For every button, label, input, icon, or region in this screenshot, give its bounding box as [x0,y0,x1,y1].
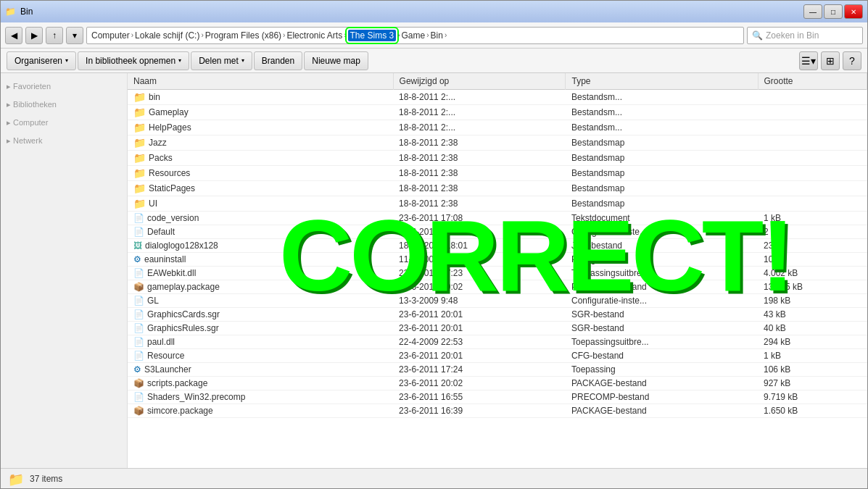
recent-button[interactable]: ▾ [66,27,83,44]
close-button[interactable]: ✕ [844,4,863,19]
back-button[interactable]: ◀ [5,27,22,44]
path-bin[interactable]: Bin [431,30,443,41]
table-row[interactable]: 📦 gameplay.package 23-6-2011 20:02 PACKA… [128,280,867,294]
table-row[interactable]: 📄 paul.dll 22-4-2009 22:53 Toepassingsui… [128,335,867,349]
help-button[interactable]: ? [843,51,861,70]
search-icon: 🔍 [752,30,763,41]
file-modified: 23-6-2011 16:39 [393,404,566,418]
window-controls: — □ ✕ [803,4,863,19]
file-size: 10 kB [758,253,867,267]
item-count: 37 items [30,474,62,484]
table-row[interactable]: 📄 Default 23-6-2011 20:01 Configuratie-i… [128,225,867,239]
table-row[interactable]: 📄 GraphicsRules.sgr 23-6-2011 20:01 SGR-… [128,322,867,335]
content-area: ▸ Favorieten▸ Bibliotheken▸ Computer▸ Ne… [1,73,867,468]
table-row[interactable]: 📁 Gameplay 18-8-2011 2:... Bestandsm... [128,105,867,120]
file-type: Bestandsm... [566,90,758,105]
file-modified: 23-6-2011 17:08 [393,212,566,225]
address-path[interactable]: Computer › Lokale schijf (C:) › Program … [86,27,744,44]
address-bar: ◀ ▶ ↑ ▾ Computer › Lokale schijf (C:) › … [1,22,867,49]
table-row[interactable]: 📦 simcore.package 23-6-2011 16:39 PACKAG… [128,404,867,418]
title-bar-left: 📁 Bin [5,7,33,17]
table-row[interactable]: 📁 bin 18-8-2011 2:... Bestandsm... [128,90,867,105]
table-row[interactable]: 📄 code_version 23-6-2011 17:08 Tekstdocu… [128,212,867,225]
table-row[interactable]: 📁 HelpPages 18-8-2011 2:... Bestandsm... [128,120,867,135]
organize-button[interactable]: Organiseren ▾ [7,51,76,70]
path-program-files[interactable]: Program Files (x86) [205,30,281,41]
path-arrow-3: › [283,31,285,39]
table-row[interactable]: 📁 Resources 18-8-2011 2:38 Bestandsmap [128,166,867,181]
table-row[interactable]: 📄 GL 13-3-2009 9:48 Configuratie-inste..… [128,294,867,308]
view-dropdown-button[interactable]: ☰▾ [799,51,818,70]
minimize-button[interactable]: — [803,4,822,19]
maximize-button[interactable]: □ [824,4,843,19]
file-modified: 18-8-2011 2:38 [393,166,566,181]
status-folder-icon: 📁 [8,472,22,486]
file-type: Bestandsmap [566,196,758,212]
organize-arrow: ▾ [65,57,68,64]
up-button[interactable]: ↑ [46,27,63,44]
file-name: 📄 GraphicsCards.sgr [128,308,393,322]
file-modified: 23-6-2011 20:02 [393,377,566,390]
file-name: 📁 Gameplay [128,105,393,120]
burn-button[interactable]: Branden [254,51,302,70]
file-name: 📄 Shaders_Win32.precomp [128,390,393,404]
file-list[interactable]: Naam Gewijzigd op Type Grootte 📁 bin 18-… [128,73,867,468]
table-row[interactable]: 📁 StaticPages 18-8-2011 2:38 Bestandsmap [128,181,867,196]
table-row[interactable]: 📁 Jazz 18-8-2011 2:38 Bestandsmap [128,135,867,151]
new-folder-button[interactable]: Nieuwe map [304,51,368,70]
file-type: Toepassingsuitbre... [566,335,758,349]
file-modified: 23-6-2011 20:01 [393,308,566,322]
path-sims3[interactable]: The Sims 3 [348,30,397,41]
table-row[interactable]: 📄 Resource 23-6-2011 20:01 CFG-bestand 1… [128,349,867,363]
path-arrow-1: › [131,31,133,39]
file-name: 📄 GL [128,294,393,308]
table-row[interactable]: 📄 Shaders_Win32.precomp 23-6-2011 16:55 … [128,390,867,404]
file-type: PRECOMP-bestand [566,390,758,404]
path-local-disk[interactable]: Lokale schijf (C:) [135,30,199,41]
col-size[interactable]: Grootte [758,73,867,90]
path-game[interactable]: Game [402,30,426,41]
path-arrow-6: › [426,31,429,39]
library-button[interactable]: In bibliotheek opnemen ▾ [78,51,189,70]
file-name: 📄 Default [128,225,393,239]
file-size: 23 kB [758,239,867,253]
path-ea[interactable]: Electronic Arts [286,30,342,41]
file-type: Pictogram [566,253,758,267]
window-icon: 📁 [5,7,16,17]
file-modified: 18-8-2011 2:38 [393,135,566,151]
path-arrow-5: › [397,31,400,39]
table-row[interactable]: 📁 Packs 18-8-2011 2:38 Bestandsmap [128,151,867,166]
file-size: 106 kB [758,363,867,377]
file-type: PACKAGE-bestand [566,280,758,294]
share-button[interactable]: Delen met ▾ [191,51,252,70]
file-type: Configuratie-inste... [566,294,758,308]
forward-button[interactable]: ▶ [25,27,43,44]
file-name: 📄 EAWebkit.dll [128,267,393,280]
col-modified[interactable]: Gewijzigd op [393,73,566,90]
table-row[interactable]: ⚙ S3Launcher 23-6-2011 17:24 Toepassing … [128,363,867,377]
file-size [758,135,867,151]
file-size: 13.865 kB [758,280,867,294]
file-modified: 22-4-2009 22:53 [393,335,566,349]
file-size: 1 kB [758,212,867,225]
file-name: 🖼 dialoglogo128x128 [128,239,393,253]
table-row[interactable]: 📦 scripts.package 23-6-2011 20:02 PACKAG… [128,377,867,390]
col-type[interactable]: Type [566,73,758,90]
preview-pane-button[interactable]: ⊞ [821,51,840,70]
table-row[interactable]: 📄 EAWebkit.dll 23-6-2011 17:23 Toepassin… [128,267,867,280]
path-computer[interactable]: Computer [91,30,130,41]
file-size: 40 kB [758,322,867,335]
table-row[interactable]: ⚙ eauninstall 11-8-2008 13:41 Pictogram … [128,253,867,267]
table-row[interactable]: 📄 GraphicsCards.sgr 23-6-2011 20:01 SGR-… [128,308,867,322]
file-name: 📁 Resources [128,166,393,181]
file-name: 📁 Packs [128,151,393,166]
file-size: 198 kB [758,294,867,308]
file-type: Bestandsm... [566,120,758,135]
search-box[interactable]: 🔍 Zoeken in Bin [747,27,863,44]
file-name: ⚙ eauninstall [128,253,393,267]
file-size: 1.650 kB [758,404,867,418]
file-name: 📦 simcore.package [128,404,393,418]
table-row[interactable]: 📁 UI 18-8-2011 2:38 Bestandsmap [128,196,867,212]
table-row[interactable]: 🖼 dialoglogo128x128 18-10-2008 18:01 JPG… [128,239,867,253]
col-name[interactable]: Naam [128,73,393,90]
